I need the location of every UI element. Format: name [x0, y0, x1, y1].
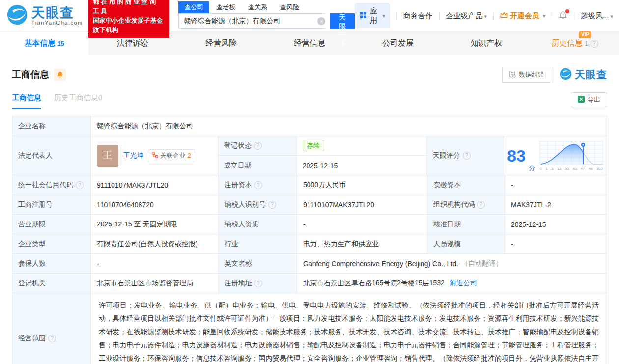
reg-number-value: 110107046408720: [91, 195, 219, 215]
tab-company-development[interactable]: 公司发展: [354, 32, 442, 55]
english-name-label: 英文名称: [219, 254, 297, 274]
score-value: 83: [507, 147, 526, 164]
vip-label: 开通会员: [510, 11, 539, 21]
english-name-value: Ganfeng Comprehensive Energy (Beijing) C…: [303, 260, 458, 268]
insured-count-value: -: [91, 254, 219, 274]
subtab-business-info[interactable]: 工商信息: [12, 93, 41, 109]
section-title: 工商信息: [12, 68, 49, 81]
tianyancha-logo[interactable]: 天眼查 TianYanCha.com: [6, 3, 83, 28]
export-button[interactable]: 导出: [571, 92, 607, 107]
help-icon[interactable]: [268, 201, 276, 209]
search-tab-relation[interactable]: 查关系: [242, 1, 273, 13]
search-tab-boss[interactable]: 查老板: [210, 1, 241, 13]
company-name-value: 赣锋综合能源（北京）有限公司: [91, 116, 607, 136]
search-tab-risk[interactable]: 查风险: [274, 1, 305, 13]
nav-open-vip[interactable]: 开通会员: [500, 11, 546, 21]
search-tab-company[interactable]: 查公司: [178, 1, 209, 13]
address-label: 注册地址: [225, 279, 252, 288]
help-icon[interactable]: [254, 280, 262, 287]
top-header: 天眼查 TianYanCha.com 都在用的商业查询工具 国家中小企业发展子基…: [0, 0, 619, 31]
paid-capital-value: -: [505, 175, 607, 195]
tab-label: 基本信息: [24, 38, 56, 49]
nav-super-risk[interactable]: 超级风...: [581, 11, 613, 21]
company-name-label: 企业名称: [12, 116, 91, 136]
monitor-bell-button[interactable]: [54, 69, 66, 81]
taxpayer-id-value: 91110107MAK37JTL20: [297, 195, 427, 215]
tab-basic-info[interactable]: 基本信息 15: [0, 32, 88, 55]
table-row: 营业期限 2025-12-15 至 无固定期限 纳税人资质 - 核准日期 202…: [12, 215, 607, 234]
nearby-companies-link[interactable]: 附近公司: [450, 279, 477, 288]
approval-date-label: 核准日期: [427, 215, 505, 234]
legal-rep-name-link[interactable]: 王光坤: [123, 151, 144, 160]
tab-operating-info[interactable]: 经营信息: [265, 32, 354, 55]
help-icon[interactable]: [48, 335, 56, 342]
help-icon[interactable]: [254, 181, 262, 189]
table-row: 参保人数 - 英文名称 Ganfeng Comprehensive Energy…: [12, 254, 607, 274]
score-cell[interactable]: 83 分: [504, 136, 607, 175]
avatar[interactable]: 王: [97, 145, 118, 167]
company-type-value: 有限责任公司(自然人投资或控股): [91, 234, 219, 254]
crown-icon: [500, 12, 508, 20]
header-nav: 应用 商务合作 企业级产品 开通会员 超级风...: [355, 3, 613, 28]
help-icon[interactable]: [254, 142, 262, 150]
reg-status-label: 登记状态: [224, 141, 252, 150]
tianyancha-logo-icon: [6, 3, 28, 28]
divider: [493, 12, 494, 20]
search-input[interactable]: [179, 17, 317, 25]
related-company-icon: [152, 152, 158, 160]
reg-capital-value: 5000万人民币: [297, 175, 427, 195]
help-icon[interactable]: [76, 181, 84, 189]
tab-legal-litigation[interactable]: 法律诉讼: [88, 32, 177, 55]
tab-label: 历史信息: [551, 38, 583, 49]
tab-intellectual-property[interactable]: 知识产权: [442, 32, 531, 55]
search-button[interactable]: 天眼一下: [330, 13, 355, 29]
divider: [574, 12, 574, 20]
tab-history-info[interactable]: 历史信息 VIP 1: [531, 32, 619, 55]
tab-label: 经营信息: [294, 38, 325, 49]
address-cell: 北京市石景山区阜石路165号院2号楼15层1532 附近公司: [297, 274, 607, 293]
tab-label: 经营风险: [205, 38, 237, 49]
reg-status-cell: 存续: [297, 136, 427, 156]
credit-code-label: 统一社会信用代码: [18, 181, 73, 190]
paid-capital-label: 实缴资本: [427, 175, 505, 195]
help-icon[interactable]: [463, 152, 471, 160]
taxpayer-quality-value: -: [297, 215, 427, 234]
orange-bell-icon: [57, 71, 63, 78]
table-row: 统一社会信用代码 91110107MAK37JTL20 注册资本 5000万人民…: [12, 175, 607, 195]
related-companies-badge[interactable]: 关联企业 2: [148, 149, 195, 162]
tab-label: 知识产权: [471, 38, 502, 49]
reg-authority-label: 登记机关: [12, 274, 91, 293]
clear-icon[interactable]: ×: [317, 17, 325, 25]
biz-scope-value: 许可项目：发电业务、输电业务、供（配）电业务；输电、供电、受电电力设施的安装、维…: [91, 293, 607, 364]
brand-title: 天眼查: [575, 68, 607, 82]
subtab-history-business-info[interactable]: 历史工商信息0: [54, 93, 102, 109]
auto-translate-note: （自动翻译）: [461, 259, 503, 268]
notifications-button[interactable]: [559, 11, 567, 21]
vip-badge: VIP: [579, 31, 591, 38]
related-label: 关联企业: [160, 151, 186, 160]
brand-watermark: 天眼查: [559, 67, 607, 83]
nav-enterprise-products[interactable]: 企业级产品: [446, 11, 487, 21]
taxpayer-id-label: 纳税人识别号: [225, 200, 266, 209]
org-code-label: 组织机构代码: [433, 200, 475, 209]
reg-capital-label: 注册资本: [225, 181, 252, 190]
data-correction-button[interactable]: 数据纠错: [502, 67, 551, 83]
help-icon[interactable]: [477, 201, 485, 209]
notification-dot: [565, 9, 569, 13]
correction-doc-icon: [509, 70, 516, 79]
nav-cooperation[interactable]: 商务合作: [403, 11, 433, 21]
taxpayer-quality-label: 纳税人资质: [219, 215, 297, 234]
address-value: 北京市石景山区阜石路165号院2号楼15层1532: [303, 279, 445, 288]
reg-authority-value: 北京市石景山区市场监督管理局: [91, 274, 219, 293]
table-row: 企业类型 有限责任公司(自然人投资或控股) 行业 电力、热力生产和供应业 人员规…: [12, 234, 607, 254]
biz-term-label: 营业期限: [12, 215, 91, 234]
approval-date-value: 2025-12-15: [505, 215, 607, 234]
apps-grid-icon: [360, 11, 367, 20]
tab-operating-risk[interactable]: 经营风险: [177, 32, 265, 55]
search-module: 查公司 查老板 查关系 查风险 × 天眼一下: [178, 2, 355, 29]
apps-menu[interactable]: 应用: [355, 3, 390, 28]
help-icon[interactable]: [591, 40, 598, 48]
company-tabbar: 基本信息 15 法律诉讼 经营风险 经营信息 公司发展 知识产权 历史信息 VI…: [0, 31, 619, 55]
credit-code-value: 91110107MAK37JTL20: [91, 175, 219, 195]
org-code-value: MAK37JTL-2: [505, 195, 607, 215]
